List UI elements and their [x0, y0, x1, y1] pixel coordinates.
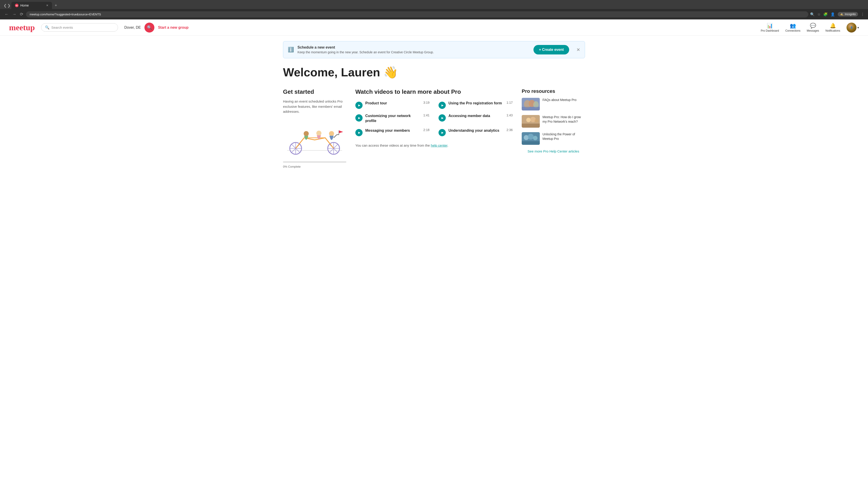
- search-bar[interactable]: 🔍 Search events: [41, 23, 118, 32]
- see-more-link[interactable]: See more Pro Help Center articles: [522, 149, 585, 153]
- pro-resources-section: Pro resources FAQs about Meetup Pro: [522, 88, 585, 153]
- svg-rect-25: [522, 107, 540, 110]
- video-item-1[interactable]: ▶ Using the Pro registration form 1:17: [438, 101, 513, 109]
- videos-title: Watch videos to learn more about Pro: [355, 88, 513, 95]
- video-duration-0: 3:19: [423, 101, 430, 104]
- play-button-3[interactable]: ▶: [438, 114, 446, 122]
- svg-rect-35: [522, 141, 540, 145]
- profile-icon[interactable]: 👤: [831, 12, 835, 17]
- browser-actions: 🔍 ☆ 🧩 👤 🕵️ Incognito ⋮: [810, 12, 864, 17]
- play-icon-5: ▶: [441, 131, 443, 134]
- resource-item-1[interactable]: Meetup Pro: How do I grow my Pro Network…: [522, 115, 585, 128]
- search-button[interactable]: 🔍: [145, 23, 154, 33]
- video-item-4[interactable]: ▶ Messaging your members 2:18: [355, 128, 430, 136]
- extensions-icon[interactable]: 🧩: [823, 12, 828, 17]
- start-new-group-button[interactable]: Start a new group: [158, 26, 188, 30]
- meetup-logo[interactable]: meetup: [9, 23, 35, 32]
- messages-label: Messages: [807, 29, 819, 32]
- search-placeholder: Search events: [51, 26, 73, 29]
- get-started-title: Get started: [283, 88, 346, 95]
- notifications-icon: 🔔: [830, 23, 836, 29]
- play-button-4[interactable]: ▶: [355, 129, 363, 136]
- resource-title-1: Meetup Pro: How do I grow my Pro Network…: [542, 115, 585, 124]
- video-title-2: Customizing your network profile: [365, 113, 422, 124]
- video-item-0[interactable]: ▶ Product tour 3:19: [355, 101, 430, 109]
- videos-grid: ▶ Product tour 3:19 ▶: [355, 101, 513, 136]
- reload-button[interactable]: ⟳: [19, 11, 24, 18]
- video-item-5[interactable]: ▶ Understanding your analytics 2:36: [438, 128, 513, 136]
- video-item-2[interactable]: ▶ Customizing your network profile 1:41: [355, 113, 430, 124]
- video-info-5: Understanding your analytics 2:36: [448, 128, 513, 133]
- resource-item-0[interactable]: FAQs about Meetup Pro: [522, 98, 585, 110]
- resource-thumbnail-2: [522, 132, 540, 145]
- resource-thumbnail-1: [522, 115, 540, 128]
- resource-item-2[interactable]: Unlocking the Power of Meetup Pro: [522, 132, 585, 145]
- svg-point-33: [528, 134, 534, 140]
- meetup-nav: meetup 🔍 Search events Dover, DE 🔍 Start…: [0, 20, 868, 36]
- svg-point-29: [535, 119, 538, 123]
- content-grid: Get started Having an event scheduled un…: [283, 88, 585, 168]
- address-bar-input[interactable]: [26, 11, 808, 18]
- welcome-heading: Welcome, Lauren 👋: [283, 66, 585, 79]
- video-info-3: Accessing member data 1:43: [448, 113, 513, 119]
- resource-thumb-svg-1: [522, 115, 540, 128]
- video-duration-2: 1:41: [423, 113, 430, 117]
- connections-label: Connections: [785, 29, 800, 32]
- forward-button[interactable]: →: [11, 11, 17, 18]
- help-center-text: You can access these videos at any time …: [355, 143, 513, 147]
- play-button-0[interactable]: ▶: [355, 102, 363, 109]
- svg-point-20: [304, 131, 309, 136]
- resource-thumb-svg-0: [522, 98, 540, 110]
- svg-line-11: [296, 138, 304, 149]
- user-menu[interactable]: 👤 ▾: [846, 23, 859, 33]
- incognito-icon: 🕵️: [840, 13, 843, 16]
- browser-tab-active[interactable]: m Home ✕: [11, 2, 52, 9]
- pro-dashboard-label: Pro Dashboard: [761, 29, 779, 32]
- search-icon[interactable]: 🔍: [810, 12, 815, 17]
- browser-address-bar: ← → ⟳ 🔍 ☆ 🧩 👤 🕵️ Incognito ⋮: [0, 9, 868, 20]
- resource-thumb-svg-2: [522, 132, 540, 145]
- bookmark-icon[interactable]: ☆: [817, 12, 820, 17]
- banner-close-button[interactable]: ✕: [577, 47, 580, 53]
- play-button-5[interactable]: ▶: [438, 129, 446, 136]
- banner-title: Schedule a new event: [298, 45, 530, 50]
- play-button-2[interactable]: ▶: [355, 114, 363, 122]
- play-icon-2: ▶: [358, 116, 360, 120]
- notifications-label: Notifications: [826, 29, 840, 32]
- bike-illustration: [283, 120, 346, 156]
- connections-icon: 👥: [790, 23, 796, 29]
- nav-notifications[interactable]: 🔔 Notifications: [826, 23, 840, 32]
- back-button[interactable]: ←: [4, 11, 9, 18]
- search-icon: 🔍: [45, 25, 50, 30]
- nav-pro-dashboard[interactable]: 📊 Pro Dashboard: [761, 23, 779, 32]
- tab-favicon: m: [15, 4, 19, 7]
- svg-line-14: [334, 135, 337, 138]
- bike-svg: [283, 119, 346, 157]
- new-tab-button[interactable]: +: [53, 2, 59, 9]
- pro-resources-title: Pro resources: [522, 88, 585, 94]
- location-display[interactable]: Dover, DE: [124, 26, 141, 30]
- banner-description: Keep the momentum going in the new year.…: [298, 51, 530, 54]
- browser-tab-bar: ❮ ❯ m Home ✕ +: [0, 0, 868, 9]
- nav-connections[interactable]: 👥 Connections: [785, 23, 800, 32]
- create-event-button[interactable]: + Create event: [533, 45, 569, 55]
- nav-messages[interactable]: 💬 Messages: [807, 23, 819, 32]
- video-info-2: Customizing your network profile 1:41: [365, 113, 430, 124]
- video-info-0: Product tour 3:19: [365, 101, 430, 106]
- video-duration-1: 1:17: [506, 101, 513, 104]
- video-duration-5: 2:36: [506, 128, 513, 132]
- search-submit-icon: 🔍: [147, 25, 152, 30]
- video-duration-4: 2:18: [423, 128, 430, 132]
- help-center-link[interactable]: help center: [431, 143, 447, 147]
- resource-title-2: Unlocking the Power of Meetup Pro: [542, 132, 585, 141]
- svg-point-34: [533, 136, 537, 140]
- play-button-1[interactable]: ▶: [438, 102, 446, 109]
- browser-tab-back-forward[interactable]: ❮ ❯: [4, 3, 10, 8]
- menu-icon[interactable]: ⋮: [861, 12, 864, 17]
- svg-point-18: [329, 131, 334, 136]
- video-item-3[interactable]: ▶ Accessing member data 1:43: [438, 113, 513, 124]
- svg-point-19: [316, 131, 321, 135]
- tab-close-button[interactable]: ✕: [46, 4, 49, 7]
- progress-bar-track: [283, 161, 346, 163]
- videos-section: Watch videos to learn more about Pro ▶ P…: [355, 88, 513, 147]
